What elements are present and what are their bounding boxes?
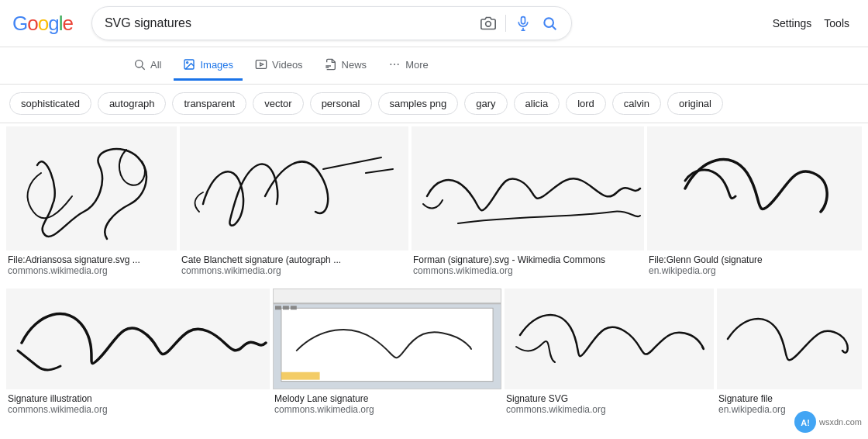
image-card-3[interactable]: Forman (signature).svg - Wikimedia Commo… [412, 126, 644, 282]
tab-news[interactable]: News [315, 50, 377, 81]
appuals-logo-icon: A! [794, 411, 816, 424]
svg-point-4 [544, 18, 553, 27]
svg-marker-11 [260, 63, 264, 66]
search-bar-wrapper [91, 6, 572, 40]
settings-link[interactable]: Settings [766, 11, 818, 36]
svg-point-13 [394, 64, 395, 65]
header-right: Settings Tools [766, 11, 856, 36]
tab-images[interactable]: Images [174, 50, 243, 81]
chip-sophisticated[interactable]: sophisticated [9, 92, 91, 115]
image-title-6: Melody Lane signature [274, 393, 500, 404]
signature-img-5 [6, 289, 270, 389]
image-source-2: commons.wikimedia.org [181, 265, 407, 276]
image-title-3: Forman (signature).svg - Wikimedia Commo… [413, 254, 642, 265]
svg-point-14 [398, 64, 399, 65]
svg-rect-28 [505, 289, 714, 389]
image-results-row2: Signature illustration commons.wikimedia… [0, 285, 868, 424]
svg-rect-21 [274, 289, 501, 302]
signature-img-3 [412, 126, 644, 251]
image-card-5[interactable]: Signature illustration commons.wikimedia… [6, 289, 270, 421]
signature-img-7 [505, 289, 714, 389]
svg-rect-17 [412, 126, 644, 251]
chip-autograph[interactable]: autograph [98, 92, 167, 115]
svg-rect-16 [180, 126, 408, 251]
image-title-1: File:Adriansosa signature.svg ... [8, 254, 175, 265]
image-card-6[interactable]: Melody Lane signature commons.wikimedia.… [273, 289, 501, 421]
image-title-2: Cate Blanchett signature (autograph ... [181, 254, 407, 265]
svg-point-6 [136, 60, 143, 67]
google-logo[interactable]: Google [12, 12, 73, 36]
svg-rect-26 [291, 306, 297, 309]
svg-line-5 [553, 26, 556, 30]
watermark: A! wsxdn.com [794, 411, 862, 424]
voice-search-button[interactable] [514, 14, 532, 33]
videos-icon [255, 58, 267, 71]
svg-point-9 [187, 62, 188, 64]
search-input[interactable] [105, 16, 473, 30]
svg-line-7 [142, 67, 145, 70]
divider [505, 15, 506, 32]
svg-text:A!: A! [801, 418, 810, 424]
svg-rect-10 [256, 60, 266, 69]
camera-search-button[interactable] [479, 14, 498, 33]
chip-gary[interactable]: gary [464, 92, 507, 115]
image-title-8: Signature file [718, 393, 860, 404]
search-icon [133, 58, 146, 71]
more-icon [388, 58, 401, 71]
chip-samples-png[interactable]: samples png [378, 92, 459, 115]
chip-lord[interactable]: lord [566, 92, 606, 115]
images-icon [183, 58, 195, 71]
svg-rect-22 [274, 302, 501, 304]
image-title-7: Signature SVG [506, 393, 712, 404]
news-icon [325, 58, 337, 71]
svg-point-12 [390, 64, 391, 65]
signature-img-4 [677, 126, 832, 251]
nav-tabs: All Images Videos News More [0, 47, 868, 85]
image-card-1[interactable]: File:Adriansosa signature.svg ... common… [6, 126, 177, 282]
image-title-4: File:Glenn Gould (signature [649, 254, 860, 265]
chip-calvin[interactable]: calvin [612, 92, 661, 115]
chip-transparent[interactable]: transparent [172, 92, 246, 115]
svg-rect-15 [6, 126, 177, 251]
tab-all[interactable]: All [124, 50, 170, 81]
search-icons [479, 14, 559, 33]
chip-alicia[interactable]: alicia [514, 92, 560, 115]
image-card-7[interactable]: Signature SVG commons.wikimedia.org [505, 289, 714, 421]
image-results-row1: File:Adriansosa signature.svg ... common… [0, 123, 868, 285]
tools-link[interactable]: Tools [818, 11, 856, 36]
search-submit-button[interactable] [540, 14, 559, 33]
signature-img-8 [720, 289, 859, 389]
image-card-2[interactable]: Cate Blanchett signature (autograph ... … [180, 126, 408, 282]
image-source-7: commons.wikimedia.org [506, 404, 712, 415]
svg-rect-25 [283, 306, 289, 309]
svg-rect-1 [521, 17, 525, 24]
svg-rect-24 [275, 306, 281, 309]
image-title-5: Signature illustration [8, 393, 268, 404]
tab-more[interactable]: More [379, 50, 438, 81]
svg-rect-27 [281, 372, 320, 380]
signature-img-6 [274, 289, 501, 389]
chip-original[interactable]: original [667, 92, 723, 115]
header: Google [0, 0, 868, 47]
chip-vector[interactable]: vector [253, 92, 303, 115]
svg-rect-29 [720, 289, 859, 389]
image-source-5: commons.wikimedia.org [8, 404, 268, 415]
signature-img-2 [180, 126, 408, 251]
svg-rect-23 [281, 308, 493, 381]
image-card-4[interactable]: File:Glenn Gould (signature en.wikipedia… [647, 126, 862, 282]
svg-rect-19 [6, 289, 270, 389]
chip-personal[interactable]: personal [310, 92, 372, 115]
search-bar [91, 6, 572, 40]
svg-point-0 [486, 22, 491, 27]
signature-img-1 [6, 126, 177, 251]
tab-videos[interactable]: Videos [246, 50, 312, 81]
image-source-6: commons.wikimedia.org [274, 404, 500, 415]
image-source-3: commons.wikimedia.org [413, 265, 642, 276]
image-source-4: en.wikipedia.org [649, 265, 860, 276]
filter-chips: sophisticated autograph transparent vect… [0, 85, 868, 123]
image-source-1: commons.wikimedia.org [8, 265, 175, 276]
image-card-8[interactable]: Signature file en.wikipedia.org [717, 289, 862, 421]
